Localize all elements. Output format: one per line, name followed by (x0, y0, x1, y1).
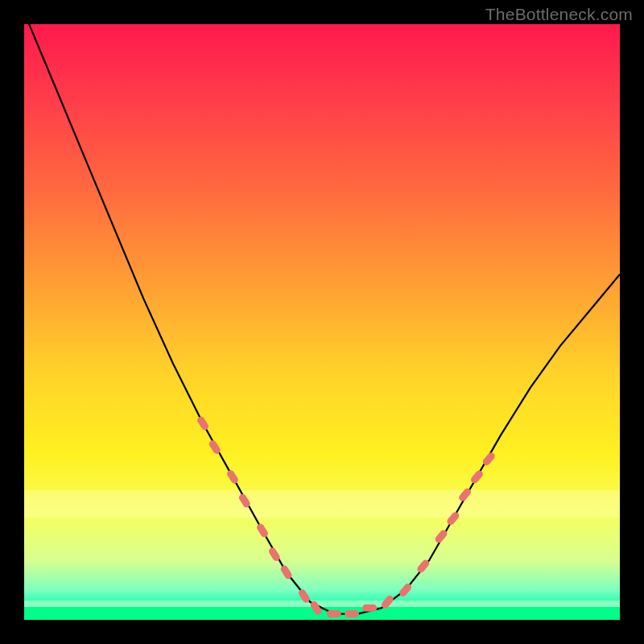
plot-area (24, 24, 620, 620)
curve-marker (469, 469, 484, 485)
curve-marker (225, 469, 239, 485)
curve-marker (345, 610, 359, 617)
chart-svg (24, 24, 620, 620)
bottleneck-curve (24, 24, 620, 614)
marker-group (196, 415, 496, 617)
curve-marker (446, 510, 460, 526)
curve-marker (362, 605, 377, 612)
curve-marker (255, 522, 269, 539)
outer-frame: TheBottleneck.com (0, 0, 644, 644)
curve-group (24, 24, 620, 614)
watermark-text: TheBottleneck.com (485, 5, 633, 24)
curve-marker (196, 415, 209, 431)
curve-marker (327, 610, 341, 617)
